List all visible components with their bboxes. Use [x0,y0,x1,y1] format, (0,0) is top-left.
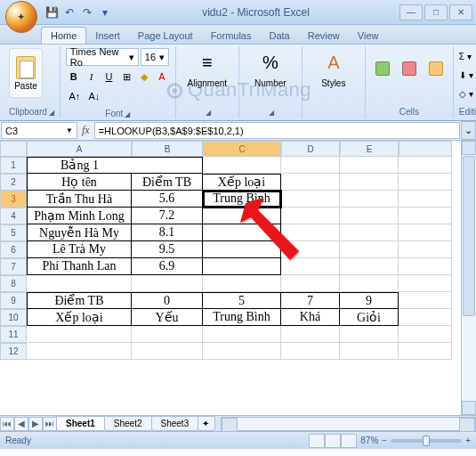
cell-d10[interactable]: Khá [281,309,340,326]
view-pagebreak-button[interactable] [341,434,357,448]
cell-f5[interactable] [399,224,452,241]
cell-c6[interactable] [203,241,281,258]
cell-d8[interactable] [281,275,340,292]
sheet-tab-3[interactable]: Sheet3 [151,416,199,431]
cell-d6[interactable] [281,241,340,258]
cell-d11[interactable] [281,326,340,343]
sheet-nav-prev-icon[interactable]: ◀ [14,417,28,431]
cell-d7[interactable] [281,258,340,275]
cell-a1[interactable]: Bảng 1 [27,157,132,174]
fill-button[interactable]: ⬇ ▾ [459,67,476,83]
office-button[interactable]: ✦ [5,1,37,33]
cell-b2[interactable]: Điểm TB [132,174,203,191]
cell-c4[interactable] [203,208,281,224]
bold-button[interactable]: B [66,68,82,86]
cell-e3[interactable] [340,191,399,208]
cell-b1[interactable] [132,157,203,174]
col-header-extra[interactable] [399,141,452,157]
cell-b10[interactable]: Yếu [132,309,203,326]
border-button[interactable]: ⊞ [118,68,134,86]
sheet-nav-last-icon[interactable]: ⏭ [43,417,57,431]
cell-a3[interactable]: Trần Thu Hà [27,191,132,208]
cell-c7[interactable] [203,258,281,275]
cell-f6[interactable] [399,241,452,258]
insert-cells-button[interactable] [371,48,394,89]
font-name-combo[interactable]: Times New Ro▾ [66,48,139,66]
cell-e10[interactable]: Giỏi [340,309,399,326]
cell-c12[interactable] [203,343,281,360]
cell-c3-active[interactable]: Trung Bình [203,191,281,208]
cell-e6[interactable] [340,241,399,258]
row-header-5[interactable]: 5 [0,224,27,241]
cell-f11[interactable] [399,326,452,343]
close-button[interactable]: ✕ [449,4,472,20]
cell-b11[interactable] [132,326,203,343]
row-header-10[interactable]: 10 [0,309,27,326]
row-header-2[interactable]: 2 [0,174,27,191]
view-normal-button[interactable] [309,434,325,448]
clipboard-launcher-icon[interactable]: ◢ [49,109,54,117]
save-icon[interactable]: 💾 [44,5,59,20]
number-icon[interactable]: % [256,48,285,77]
cell-b6[interactable]: 9.5 [132,241,203,258]
italic-button[interactable]: I [84,68,100,86]
col-header-d[interactable]: D [281,141,340,157]
row-header-8[interactable]: 8 [0,275,27,292]
cell-a11[interactable] [27,326,132,343]
cell-d1[interactable] [281,157,340,174]
minimize-button[interactable]: — [399,4,423,20]
cell-c11[interactable] [203,326,281,343]
cell-c2[interactable]: Xếp loại [203,174,281,191]
delete-cells-button[interactable] [398,48,421,89]
styles-icon[interactable]: A [319,48,348,77]
shrink-font-button[interactable]: A↓ [85,87,103,105]
tab-data[interactable]: Data [260,28,298,44]
formula-input[interactable]: =HLOOKUP(B3,$A$9:$E$10,2,1) [94,122,460,139]
fx-icon[interactable]: fx [82,124,90,137]
row-header-7[interactable]: 7 [0,258,27,275]
sheet-tab-new[interactable]: ✦ [198,416,215,431]
cell-c1[interactable] [203,157,281,174]
alignment-icon[interactable]: ≡ [193,48,222,77]
tab-view[interactable]: View [349,28,388,44]
cell-b3[interactable]: 5.6 [132,191,203,208]
cell-a7[interactable]: Phí Thanh Lan [27,258,132,275]
cell-a8[interactable] [27,275,132,292]
sheet-tab-2[interactable]: Sheet2 [104,416,152,431]
row-header-1[interactable]: 1 [0,157,27,174]
cell-d2[interactable] [281,174,340,191]
cell-d3[interactable] [281,191,340,208]
sheet-tab-1[interactable]: Sheet1 [56,416,105,431]
cell-e1[interactable] [340,157,399,174]
font-color-button[interactable]: A [154,68,170,86]
cell-e12[interactable] [340,343,399,360]
horizontal-scrollbar[interactable] [221,417,476,431]
vertical-scrollbar[interactable] [461,141,476,415]
zoom-out-button[interactable]: − [382,436,387,445]
tab-formulas[interactable]: Formulas [202,28,261,44]
cell-f4[interactable] [399,208,452,224]
cell-e5[interactable] [340,224,399,241]
font-launcher-icon[interactable]: ◢ [125,110,130,118]
sheet-nav-next-icon[interactable]: ▶ [28,417,43,431]
alignment-launcher-icon[interactable]: ◢ [206,109,211,117]
cell-a6[interactable]: Lê Trà My [27,241,132,258]
zoom-slider[interactable] [391,439,462,443]
qat-dropdown-icon[interactable]: ▾ [98,5,112,20]
cell-f8[interactable] [399,275,452,292]
cell-a2[interactable]: Họ tên [27,174,132,191]
font-size-combo[interactable]: 16▾ [141,48,169,66]
cell-e8[interactable] [340,275,399,292]
cell-d9[interactable]: 7 [281,292,340,309]
tab-home[interactable]: Home [41,27,86,44]
row-header-11[interactable]: 11 [0,326,27,343]
spreadsheet-grid[interactable]: A B C D E 1 Bảng 1 2 Họ tên Điểm TB Xếp … [0,141,476,415]
sheet-nav-first-icon[interactable]: ⏮ [0,417,14,431]
undo-icon[interactable]: ↶ [62,5,77,20]
formula-expand-icon[interactable]: ⌄ [461,121,476,140]
tab-page-layout[interactable]: Page Layout [129,28,202,44]
row-header-3[interactable]: 3 [0,191,27,208]
cell-c8[interactable] [203,275,281,292]
cell-f12[interactable] [399,343,452,360]
cell-a5[interactable]: Nguyễn Hà My [27,224,132,241]
